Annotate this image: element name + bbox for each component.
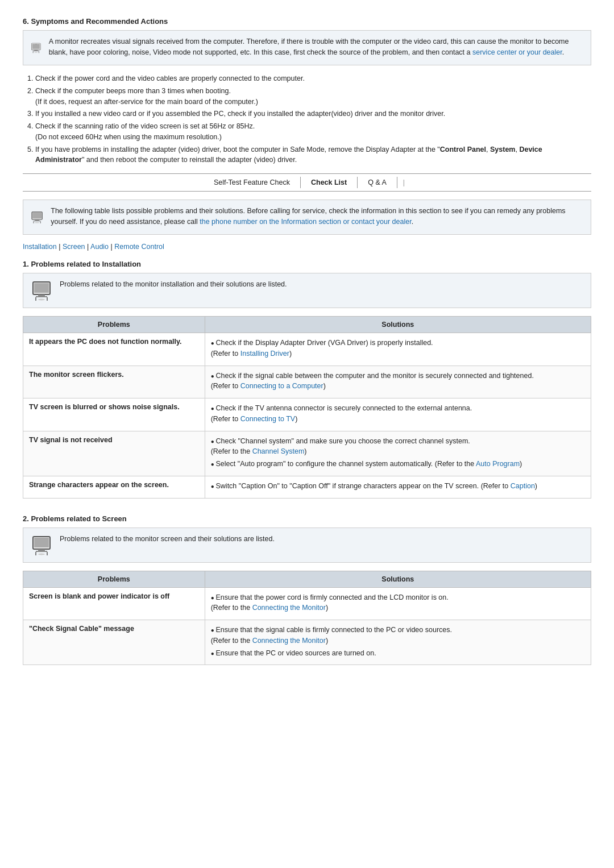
tab-check-list[interactable]: Check List	[301, 177, 358, 188]
solution-cell: Switch "Caption On" to "Caption Off" if …	[205, 476, 591, 498]
col-problems-screen: Problems	[23, 571, 205, 587]
col-solutions: Solutions	[205, 317, 591, 333]
table-row: The monitor screen flickers. Check if th…	[23, 366, 591, 398]
solution-cell: Ensure that the power cord is firmly con…	[205, 587, 591, 620]
svg-point-15	[35, 222, 39, 223]
problem-cell: TV screen is blurred or shows noise sign…	[23, 398, 205, 431]
symptoms-steps-list: Check if the power cord and the video ca…	[35, 73, 591, 165]
screen-table: Problems Solutions Screen is blank and p…	[23, 571, 591, 666]
solution-cell: Check "Channel system" and make sure you…	[205, 431, 591, 476]
svg-point-29	[38, 553, 45, 555]
svg-rect-3	[34, 50, 38, 51]
col-solutions-screen: Solutions	[205, 571, 591, 587]
table-row: "Check Signal Cable" message Ensure that…	[23, 620, 591, 665]
svg-rect-12	[34, 221, 40, 221]
step-3: If you installed a new video card or if …	[35, 109, 591, 119]
monitor-icon-3	[30, 279, 53, 302]
table-row: TV signal is not received Check "Channel…	[23, 431, 591, 476]
caption-link[interactable]: Caption	[511, 482, 535, 490]
tab-separator: |	[397, 177, 410, 188]
problem-cell: The monitor screen flickers.	[23, 366, 205, 398]
connecting-monitor-link-2[interactable]: Connecting the Monitor	[252, 637, 326, 645]
solution-cell: Check if the signal cable between the co…	[205, 366, 591, 398]
checklist-info-box: The following table lists possible probl…	[23, 200, 591, 235]
svg-point-8	[34, 52, 38, 53]
svg-rect-19	[36, 296, 47, 297]
installation-heading: 1. Problems related to Installation	[23, 260, 591, 268]
svg-rect-17	[34, 283, 49, 293]
screen-info-box: Problems related to the monitor screen a…	[23, 528, 591, 563]
channel-system-link[interactable]: Channel System	[252, 447, 305, 455]
table-row: It appears the PC does not function norm…	[23, 333, 591, 366]
table-row: TV screen is blurred or shows noise sign…	[23, 398, 591, 431]
symptoms-info-text: A monitor recreates visual signals recei…	[49, 36, 584, 58]
step-2: Check if the computer beeps more than 3 …	[35, 86, 591, 107]
svg-rect-18	[38, 294, 45, 296]
sub-nav-remote[interactable]: Remote Control	[114, 243, 164, 251]
phone-number-link[interactable]: the phone number on the Information sect…	[200, 218, 411, 226]
sub-nav: Installation | Screen | Audio | Remote C…	[23, 243, 591, 251]
tab-qa[interactable]: Q & A	[358, 177, 397, 188]
screen-heading: 2. Problems related to Screen	[23, 514, 591, 523]
monitor-icon-2	[30, 206, 44, 229]
sub-nav-audio[interactable]: Audio	[90, 243, 109, 251]
installation-table: Problems Solutions It appears the PC doe…	[23, 316, 591, 499]
solution-cell: Check if the TV antenna connector is sec…	[205, 398, 591, 431]
symptoms-info-box: A monitor recreates visual signals recei…	[23, 30, 591, 65]
screen-info-text: Problems related to the monitor screen a…	[60, 534, 275, 545]
svg-rect-26	[36, 551, 47, 552]
svg-rect-10	[32, 213, 42, 218]
step-1: Check if the power cord and the video ca…	[35, 73, 591, 84]
problem-cell: "Check Signal Cable" message	[23, 620, 205, 665]
monitor-icon-4	[30, 534, 53, 556]
connecting-monitor-link-1[interactable]: Connecting the Monitor	[252, 604, 326, 612]
installing-driver-link[interactable]: Installing Driver	[240, 350, 289, 358]
sub-nav-installation[interactable]: Installation	[23, 243, 57, 251]
connecting-computer-link[interactable]: Connecting to a Computer	[240, 382, 323, 390]
svg-rect-4	[33, 51, 39, 51]
svg-rect-2	[32, 44, 40, 49]
installation-info-text: Problems related to the monitor installa…	[60, 279, 287, 290]
sub-nav-screen[interactable]: Screen	[63, 243, 85, 251]
svg-rect-24	[34, 538, 49, 547]
auto-program-link[interactable]: Auto Program	[476, 460, 520, 468]
solution-cell: Check if the Display Adapter Driver (VGA…	[205, 333, 591, 366]
problem-cell: TV signal is not received	[23, 431, 205, 476]
svg-point-5	[36, 44, 36, 44]
service-center-link[interactable]: service center or your dealer	[472, 48, 562, 56]
problem-cell: It appears the PC does not function norm…	[23, 333, 205, 366]
svg-point-22	[38, 299, 45, 301]
svg-rect-11	[35, 219, 39, 221]
solution-cell: Ensure that the signal cable is firmly c…	[205, 620, 591, 665]
checklist-info-text: The following table lists possible probl…	[51, 206, 584, 227]
section-installation: 1. Problems related to Installation Prob…	[23, 260, 591, 499]
step-5: If you have problems in installing the a…	[35, 144, 591, 166]
installation-info-box: Problems related to the monitor installa…	[23, 273, 591, 308]
section6-heading: 6. Symptoms and Recommended Actions	[23, 17, 591, 26]
col-problems: Problems	[23, 317, 205, 333]
table-row: Screen is blank and power indicator is o…	[23, 587, 591, 620]
monitor-icon	[30, 36, 42, 59]
problem-cell: Strange characters appear on the screen.	[23, 476, 205, 498]
main-nav-tabs: Self-Test Feature Check Check List Q & A…	[23, 173, 591, 192]
svg-rect-25	[38, 549, 45, 551]
tab-self-test[interactable]: Self-Test Feature Check	[204, 177, 301, 188]
connecting-tv-link[interactable]: Connecting to TV	[240, 415, 295, 423]
problem-cell: Screen is blank and power indicator is o…	[23, 587, 205, 620]
table-row: Strange characters appear on the screen.…	[23, 476, 591, 498]
step-4: Check if the scanning ratio of the video…	[35, 121, 591, 143]
section-screen: 2. Problems related to Screen Problems r…	[23, 514, 591, 666]
